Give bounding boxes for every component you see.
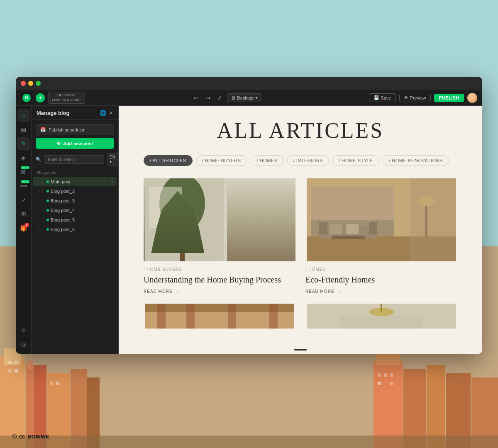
drag-handle-icon: ⋮⋮ [37, 218, 45, 222]
post-item-main[interactable]: ⋮⋮ Main post ⌂ [33, 177, 117, 186]
publish-scheduler-label: Publish scheduler [49, 127, 85, 132]
share-button[interactable]: ⤢ [215, 94, 224, 102]
post-item-4[interactable]: ⋮⋮ Blog post_4 [33, 206, 117, 215]
sidebar-item-camera[interactable]: ⊙ [17, 324, 30, 336]
undo-button[interactable]: ↩ [192, 94, 200, 102]
post-name: Blog post_2 [51, 189, 113, 194]
globe-panel-icon[interactable]: 🌐 [100, 110, 106, 116]
sidebar-item-home[interactable]: ⌂ [17, 109, 30, 122]
svg-rect-14 [8, 361, 12, 364]
read-more-link-1[interactable]: READ MORE → [144, 289, 295, 294]
add-content-button[interactable]: + [36, 93, 45, 102]
drag-handle-icon: ⋮⋮ [37, 180, 45, 184]
sidebar-item-crm[interactable]: CRM BETA [17, 180, 30, 192]
post-dot [46, 219, 49, 221]
browser-chrome [16, 77, 482, 90]
article-image-home-buying [144, 178, 295, 261]
publish-scheduler-button[interactable]: 📅 Publish scheduler [36, 124, 114, 135]
monitor-icon: 🖥 [231, 95, 235, 100]
brand-name: BOWWE [27, 433, 49, 440]
cat-tab-all[interactable]: / ALL ARTICLES [144, 155, 193, 166]
svg-rect-29 [228, 228, 286, 234]
preview-icon: 👁 [404, 95, 408, 100]
cat-tab-homes[interactable]: / HOMES [251, 155, 284, 166]
cat-tab-home-buyers[interactable]: / HOME BUYERS [196, 155, 247, 166]
sidebar-item-edit[interactable]: ✎ [17, 137, 30, 150]
sidebar-item-globe[interactable]: ◎ [17, 338, 30, 351]
svg-rect-22 [390, 373, 393, 377]
svg-rect-23 [378, 382, 381, 385]
article-category-1: / HOME BUYERS [144, 267, 295, 272]
upgrade-badge[interactable]: UPGRADE FREE ACCOUNT [48, 92, 85, 104]
svg-rect-55 [228, 304, 236, 329]
toolbar-right: 💾 Save 👁 Preview PUBLISH [369, 93, 477, 103]
svg-rect-56 [269, 304, 278, 329]
post-dot [46, 228, 49, 231]
svg-rect-3 [27, 361, 33, 369]
redo-button[interactable]: ↪ [204, 94, 212, 102]
add-new-post-button[interactable]: ⊕ Add new post [36, 138, 114, 149]
upgrade-line1: UPGRADE [52, 93, 81, 98]
post-dot [46, 200, 49, 202]
svg-rect-9 [376, 353, 400, 365]
post-item-2[interactable]: ⋮⋮ Blog post_2 [33, 187, 117, 196]
close-panel-icon[interactable]: ✕ [109, 110, 113, 116]
cat-tab-interiors[interactable]: / INTERIORS [287, 155, 330, 166]
post-item-3[interactable]: ⋮⋮ Blog post_3 [33, 196, 117, 205]
bottom-article-2 [305, 304, 457, 329]
cat-tab-home-style[interactable]: / HOME STYLE [332, 155, 379, 166]
svg-rect-28 [228, 236, 294, 243]
save-button[interactable]: 💾 Save [369, 93, 396, 102]
traffic-light-yellow[interactable] [28, 81, 33, 86]
traffic-lights [21, 81, 41, 86]
upgrade-line2: FREE ACCOUNT [52, 98, 81, 103]
publish-button[interactable]: PUBLISH [434, 94, 464, 102]
svg-rect-31 [228, 212, 269, 218]
device-label: Desktop [237, 95, 254, 100]
svg-rect-25 [0, 436, 498, 448]
panel-header: Manage blog 🌐 ✕ [32, 106, 118, 120]
arrow-right-icon-2: → [337, 289, 342, 294]
svg-rect-24 [390, 382, 393, 385]
article-title-2: Eco-Friendly Homes [305, 274, 457, 285]
article-image-2 [305, 178, 457, 261]
svg-rect-50 [410, 178, 456, 261]
device-selector[interactable]: 🖥 Desktop ▾ [227, 93, 261, 102]
svg-rect-16 [8, 369, 12, 373]
sidebar-item-analytics[interactable]: ↗ [17, 194, 30, 206]
svg-rect-30 [228, 220, 278, 226]
drag-handle-icon: ⋮⋮ [37, 199, 45, 203]
browser-window: B + UPGRADE FREE ACCOUNT ↩ ↪ ⤢ 🖥 Desktop… [16, 77, 482, 354]
preview-button[interactable]: 👁 Preview [399, 94, 431, 102]
bottom-article-1 [144, 304, 295, 329]
post-item-6[interactable]: ⋮⋮ Blog post_6 [33, 225, 117, 234]
arrow-right-icon: → [175, 289, 180, 294]
post-name: Blog post_4 [51, 208, 113, 213]
drag-handle-icon: ⋮⋮ [37, 227, 45, 232]
bowwe-logo: B [21, 92, 32, 104]
sidebar-item-layers[interactable]: ◈ [17, 151, 30, 164]
post-name: Blog post_5 [51, 217, 113, 222]
toolbar-center: ↩ ↪ ⤢ 🖥 Desktop ▾ [88, 93, 366, 102]
cat-tab-renovations[interactable]: / HOME RENOVATIONS [383, 155, 449, 166]
svg-rect-59 [381, 304, 382, 312]
traffic-light-red[interactable] [21, 81, 26, 86]
post-dot [46, 180, 49, 183]
save-icon: 💾 [374, 95, 379, 100]
main-preview-area: ALL ARTICLES / ALL ARTICLES / HOME BUYER… [119, 106, 482, 354]
articles-grid: / HOME BUYERS Understanding the Home Buy… [144, 178, 457, 294]
traffic-light-green[interactable] [36, 81, 41, 86]
language-selector[interactable]: EN ▾ [107, 153, 118, 166]
post-item-5[interactable]: ⋮⋮ Blog post_5 [33, 215, 117, 224]
category-tabs: / ALL ARTICLES / HOME BUYERS / HOMES / I… [144, 155, 457, 166]
sidebar-item-gift[interactable]: 🎁 1 [17, 222, 30, 234]
scroll-indicator [294, 349, 307, 351]
read-more-link-2[interactable]: READ MORE → [305, 289, 457, 294]
preview-content: ALL ARTICLES / ALL ARTICLES / HOME BUYER… [119, 106, 482, 354]
sidebar-item-pages[interactable]: ▤ [17, 123, 30, 136]
search-input[interactable] [44, 155, 104, 164]
sidebar-item-stack[interactable]: ⊞ [17, 208, 30, 220]
user-avatar[interactable] [467, 93, 477, 103]
sidebar-item-shop[interactable]: 🛒 BETA [17, 166, 30, 178]
cc-icon: cc [19, 433, 25, 440]
